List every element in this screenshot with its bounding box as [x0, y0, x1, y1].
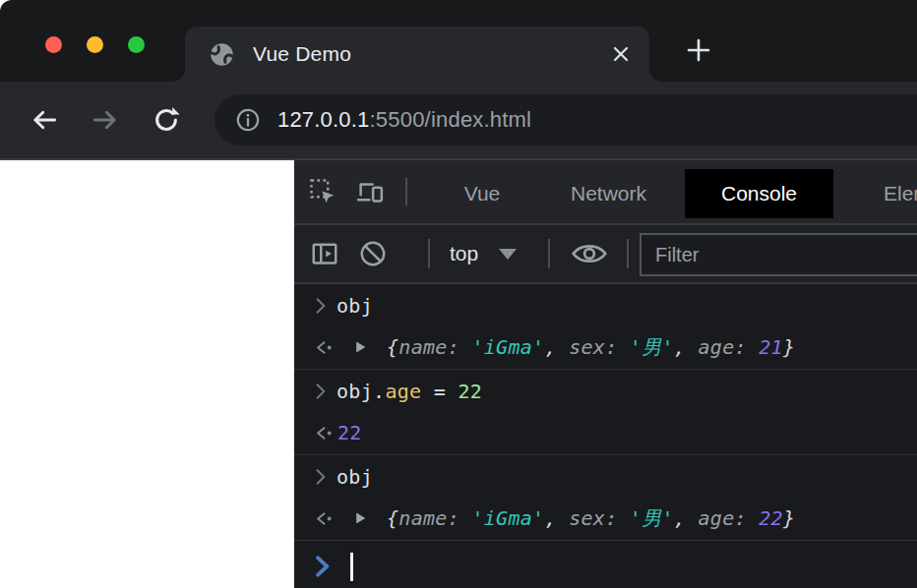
devtools-tab-bar: Vue Network Console Elements	[294, 160, 917, 225]
chevron-right-icon	[315, 297, 328, 315]
devtools-panel: Vue Network Console Elements t	[294, 160, 917, 588]
globe-icon	[209, 41, 235, 68]
minimize-window-button[interactable]	[87, 36, 103, 53]
returned-value-icon	[315, 426, 334, 441]
chevron-right-icon	[315, 468, 328, 486]
context-selector[interactable]: top	[450, 225, 517, 282]
context-label: top	[450, 242, 478, 265]
chevron-down-icon	[499, 249, 517, 260]
address-toolbar: 127.0.0.1:5500/index.html	[0, 82, 917, 158]
inspect-element-icon[interactable]	[308, 177, 337, 206]
chevron-right-icon	[315, 382, 328, 400]
tab-close-icon[interactable]	[607, 40, 635, 68]
text-cursor	[350, 553, 353, 581]
toolbar-separator	[405, 178, 407, 206]
toolbar-separator	[548, 239, 550, 268]
device-toolbar-icon[interactable]	[355, 177, 385, 206]
returned-value-icon	[315, 511, 334, 526]
zoom-window-button[interactable]	[128, 36, 145, 53]
console-result[interactable]: {name: 'iGma', sex: '男', age: 22}	[294, 498, 917, 539]
browser-window: Vue Demo 127.0.0.	[0, 0, 917, 588]
console-messages: obj{name: 'iGma', sex: '男', age: 21}obj.…	[294, 284, 917, 541]
console-input-echo: obj	[294, 285, 917, 326]
toolbar-separator	[428, 239, 430, 268]
tab-console[interactable]: Console	[685, 169, 833, 218]
browser-tab[interactable]: Vue Demo	[185, 27, 649, 82]
console-text: {name: 'iGma', sex: '男', age: 21}	[387, 334, 795, 361]
expand-triangle-icon[interactable]	[354, 340, 367, 354]
filter-input[interactable]	[640, 233, 917, 276]
live-expression-eye-icon[interactable]	[571, 239, 608, 268]
back-button[interactable]	[30, 105, 59, 135]
info-icon[interactable]	[235, 107, 261, 133]
console-prompt[interactable]	[294, 541, 917, 588]
console-text: 22	[337, 421, 362, 444]
tab-strip: Vue Demo	[0, 0, 917, 82]
close-window-button[interactable]	[45, 36, 62, 53]
expand-triangle-icon[interactable]	[354, 511, 367, 525]
console-group: obj{name: 'iGma', sex: '男', age: 21}	[294, 284, 917, 370]
tab-title: Vue Demo	[253, 42, 351, 66]
console-text: {name: 'iGma', sex: '男', age: 22}	[387, 505, 795, 532]
url-text: 127.0.0.1:5500/index.html	[277, 107, 531, 133]
url-host: 127.0.0.1	[277, 107, 370, 132]
console-result: 22	[294, 412, 917, 453]
console-group: obj{name: 'iGma', sex: '男', age: 22}	[294, 455, 917, 541]
clear-console-icon[interactable]	[358, 239, 388, 268]
console-input-echo: obj.age = 22	[294, 371, 917, 412]
console-result[interactable]: {name: 'iGma', sex: '男', age: 21}	[294, 326, 917, 368]
console-text: obj.age = 22	[336, 380, 482, 403]
prompt-chevron-icon	[315, 556, 331, 577]
tab-network[interactable]: Network	[535, 169, 682, 218]
returned-value-icon	[315, 340, 334, 355]
console-sidebar-icon[interactable]	[310, 239, 339, 268]
reload-button[interactable]	[152, 105, 181, 135]
console-input-echo: obj	[294, 456, 917, 498]
url-path: :5500/index.html	[370, 107, 532, 132]
traffic-lights	[45, 36, 145, 53]
tab-elements[interactable]: Elements	[858, 169, 917, 218]
console-group: obj.age = 2222	[294, 370, 917, 455]
new-tab-button[interactable]	[681, 32, 716, 68]
console-toolbar: top	[294, 225, 917, 284]
forward-button[interactable]	[91, 105, 120, 135]
address-bar[interactable]: 127.0.0.1:5500/index.html	[214, 94, 917, 146]
page-content	[0, 160, 294, 588]
console-text: obj	[336, 294, 373, 318]
toolbar-separator	[627, 239, 629, 268]
tab-vue[interactable]: Vue	[438, 169, 526, 218]
console-text: obj	[336, 465, 373, 489]
